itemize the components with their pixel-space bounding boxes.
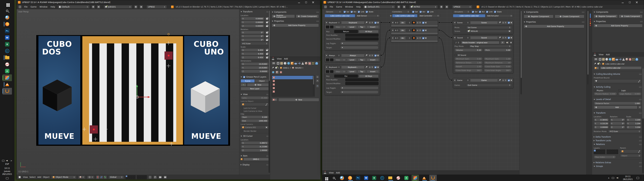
logic-editor-canvas[interactable]: Sensors Sel Act Link State cubo contra c… — [322, 9, 519, 170]
logic-editor-icon[interactable] — [593, 53, 596, 56]
controller-active-checkbox[interactable] — [422, 29, 424, 32]
blender-icon[interactable] — [339, 175, 345, 181]
menu-file[interactable]: File — [329, 5, 334, 8]
board-panel-cubo-uno[interactable]: CUBOUNO MUEVE — [184, 36, 228, 145]
actuator-scene[interactable]: Scene Scene Mode:Set Scene Scene:REGLAS — [453, 20, 513, 34]
pulse-true-toggle[interactable] — [326, 70, 329, 73]
controller-state-field[interactable]: A — [394, 29, 399, 32]
rot-z-field[interactable]: Z:0° — [241, 38, 265, 42]
tab-physics-icon[interactable] — [636, 58, 638, 61]
bookmark-icon[interactable] — [412, 36, 416, 40]
sensor-always[interactable]: Always Always Skip:0 Level Tap Invert — [325, 53, 380, 62]
panel-culling-bounding-volume[interactable]: Culling Bounding Volume — [594, 72, 642, 76]
panel-transform-locks[interactable]: Transform Locks — [594, 139, 642, 142]
tray-expand-icon[interactable]: > — [10, 160, 12, 162]
move-down-button[interactable] — [371, 66, 374, 69]
loc-z-field[interactable]: Z:0.00000 — [594, 126, 609, 129]
minimize-button[interactable] — [298, 1, 300, 3]
create-component-button[interactable]: Create Component — [296, 14, 319, 18]
properties-context-icon[interactable] — [594, 58, 598, 61]
object-id-icon[interactable] — [594, 66, 600, 70]
parent-type-dropdown[interactable]: Object — [620, 154, 642, 157]
layers-grid-2[interactable] — [606, 150, 618, 154]
delete-layout-button[interactable] — [97, 5, 100, 8]
texture-slot-selected[interactable] — [272, 76, 314, 79]
fake-user-button[interactable]: F — [500, 41, 505, 44]
loc-x-field[interactable]: X:-0.38441 — [594, 118, 609, 121]
menu-game[interactable]: Game — [30, 5, 37, 8]
v3d-menu-add[interactable]: Add — [38, 176, 41, 178]
actuator-active-checkbox[interactable] — [508, 79, 510, 82]
dim-z-field[interactable]: Z:0.00000 — [241, 70, 269, 73]
sensors-object-name[interactable]: cubo contra cubo-viar — [325, 14, 355, 17]
panel-properties[interactable]: Properties — [524, 20, 584, 24]
move-up-button[interactable] — [416, 36, 419, 40]
panel-transform[interactable]: Transform — [241, 10, 269, 14]
texture-context-world[interactable] — [272, 70, 275, 74]
actuator-sound[interactable]: Sound Sound ♪ Waste Invader - original.w… — [453, 35, 513, 74]
sensor-keyboard-return[interactable]: Keyboard Keyboard Skip:0 Level Tap Inver… — [325, 20, 380, 50]
sound-3d-checkbox[interactable]: 3D Sound — [454, 54, 466, 56]
lock-icon[interactable] — [265, 38, 269, 42]
add-game-property-button[interactable]: Add Game Property — [594, 24, 642, 27]
vlc-icon[interactable] — [4, 81, 10, 88]
tab-modifiers-icon[interactable] — [298, 62, 300, 65]
empty-crosshair[interactable] — [94, 137, 97, 141]
clip-end-field[interactable]: End:1000.000 — [241, 119, 269, 122]
tab-material-icon[interactable] — [305, 62, 308, 65]
titlebar-right[interactable]: UPBGE* [E:\V I A R\VIAR Videojuegos\Cubo… — [322, 0, 644, 4]
actuators-state-toggle[interactable]: State — [494, 11, 502, 13]
predefined-bound-field[interactable] — [594, 79, 642, 83]
scale-y-field[interactable]: Y:9.459 — [241, 52, 265, 55]
controller-output-port[interactable] — [438, 29, 440, 31]
scene-selector[interactable]: JUEGO1 — [104, 5, 132, 8]
loc-y-field[interactable]: Y:0.33139 — [594, 122, 609, 125]
tap-button[interactable]: Tap — [358, 26, 366, 28]
notification-icon[interactable] — [636, 177, 639, 179]
props-scrollbar[interactable] — [642, 68, 644, 119]
editor-type-icon[interactable]: i — [18, 5, 22, 8]
sensor-type-dropdown[interactable]: Keyboard — [328, 66, 340, 69]
tab-render-icon[interactable] — [277, 62, 280, 65]
add-layout-button[interactable] — [397, 5, 400, 8]
panel-levels-of-detail[interactable]: Levels of Detail — [594, 98, 642, 101]
logic-checkbox[interactable]: Logic — [618, 89, 642, 92]
log-toggle-field[interactable] — [340, 42, 378, 45]
empty-crosshair[interactable] — [82, 127, 86, 131]
move-down-button[interactable] — [504, 36, 507, 39]
disc-tool-icon[interactable] — [396, 175, 401, 181]
upbge-taskbar-icon[interactable] — [2, 88, 12, 94]
controller-input-port[interactable] — [389, 29, 390, 31]
manipulator-scale-icon[interactable] — [104, 176, 107, 179]
controller-and-3[interactable]: A An — [391, 36, 438, 42]
logic-editor-icon[interactable] — [272, 58, 274, 60]
actuators-link-toggle[interactable]: Link — [486, 11, 493, 13]
logic-menu-add[interactable]: Add — [336, 172, 340, 174]
move-up-button[interactable] — [368, 21, 371, 24]
layers-widget-2[interactable] — [137, 175, 147, 179]
actuators-sel-toggle[interactable]: Sel — [472, 11, 478, 13]
notification-icon[interactable] — [6, 177, 8, 179]
key-field[interactable]: Esc — [334, 74, 358, 78]
skip-field[interactable]: Skip:0 — [334, 58, 346, 61]
empty-crosshair[interactable] — [167, 64, 170, 68]
actuator-type-dropdown[interactable]: Scene — [456, 21, 470, 24]
rot-x-field[interactable]: X:0° — [610, 118, 625, 121]
delete-sensor-icon[interactable] — [377, 22, 379, 24]
delete-controller-icon[interactable] — [425, 22, 427, 24]
collapse-icon[interactable] — [326, 67, 327, 68]
controller-blank-dropdown[interactable] — [406, 21, 411, 24]
tab-object-icon[interactable] — [291, 62, 294, 65]
file-explorer-icon[interactable] — [388, 175, 393, 181]
network-icon[interactable] — [612, 177, 614, 179]
pin-icon[interactable] — [594, 62, 596, 65]
panel-delta-transform[interactable]: Delta Transform — [594, 135, 642, 139]
actuator-type-dropdown[interactable]: Game — [456, 79, 470, 82]
rotation-mode-dropdown[interactable]: XYZ Euler — [608, 130, 642, 133]
controllers-filter-dropdown[interactable]: Controllers — [391, 10, 410, 13]
engine-selector[interactable]: UPBGE — [452, 5, 472, 8]
word-icon[interactable]: W — [4, 34, 10, 41]
lock-icon[interactable] — [265, 56, 269, 59]
vlc-icon[interactable] — [421, 175, 427, 181]
bookmark-icon[interactable] — [412, 21, 416, 24]
